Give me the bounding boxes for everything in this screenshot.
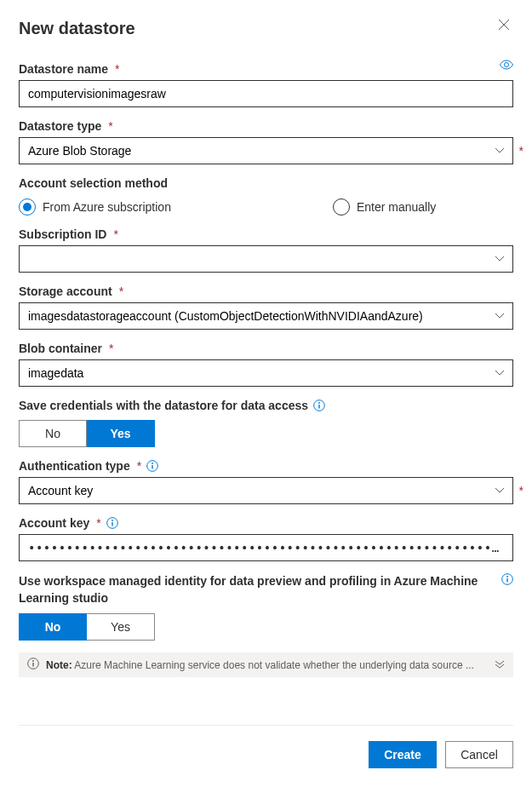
svg-point-0 xyxy=(505,63,509,67)
datastore-name-label: Datastore name xyxy=(19,62,108,76)
svg-point-11 xyxy=(506,576,508,578)
radio-icon xyxy=(333,198,350,215)
svg-point-8 xyxy=(112,520,113,521)
account-key-label: Account key xyxy=(19,516,89,530)
required-asterisk: * xyxy=(519,144,523,158)
required-asterisk: * xyxy=(137,459,141,473)
info-outline-icon xyxy=(27,658,39,672)
svg-rect-12 xyxy=(506,578,507,583)
managed-identity-yes[interactable]: Yes xyxy=(87,613,155,641)
svg-rect-6 xyxy=(152,465,152,469)
svg-point-2 xyxy=(318,402,320,404)
auth-type-select[interactable]: Account key xyxy=(19,477,513,504)
svg-rect-3 xyxy=(318,405,319,409)
expand-note-button[interactable] xyxy=(495,659,505,671)
cancel-button[interactable]: Cancel xyxy=(445,741,513,768)
note-banner: Note: Azure Machine Learning service doe… xyxy=(19,652,513,677)
datastore-type-label: Datastore type xyxy=(19,119,101,133)
svg-rect-15 xyxy=(32,663,33,667)
required-asterisk: * xyxy=(113,227,117,241)
required-asterisk: * xyxy=(119,284,123,298)
blob-container-select[interactable]: imagedata xyxy=(19,359,513,387)
save-credentials-no[interactable]: No xyxy=(19,420,87,447)
datastore-type-select[interactable]: Azure Blob Storage xyxy=(19,137,513,164)
required-asterisk: * xyxy=(108,119,112,133)
storage-account-select[interactable]: imagesdatastorageaccount (CustomObjectDe… xyxy=(19,302,513,330)
info-icon[interactable] xyxy=(106,517,118,529)
create-button[interactable]: Create xyxy=(369,741,437,768)
note-text: Note: Azure Machine Learning service doe… xyxy=(46,659,488,671)
radio-enter-manually[interactable]: Enter manually xyxy=(333,198,436,215)
save-credentials-yes[interactable]: Yes xyxy=(87,420,155,447)
panel-title: New datastore xyxy=(19,19,135,38)
svg-rect-9 xyxy=(112,522,112,526)
auth-type-value: Account key xyxy=(28,484,93,497)
info-icon[interactable] xyxy=(313,399,325,411)
required-asterisk: * xyxy=(519,484,523,497)
datastore-name-input[interactable] xyxy=(19,80,513,107)
svg-point-5 xyxy=(152,463,153,464)
radio-from-subscription-label: From Azure subscription xyxy=(43,200,171,214)
close-button[interactable] xyxy=(495,15,513,37)
account-key-input[interactable]: ••••••••••••••••••••••••••••••••••••••••… xyxy=(19,534,513,561)
managed-identity-no[interactable]: No xyxy=(19,613,87,641)
radio-enter-manually-label: Enter manually xyxy=(357,200,436,214)
required-asterisk: * xyxy=(109,342,113,355)
radio-from-subscription[interactable]: From Azure subscription xyxy=(19,198,171,215)
blob-container-value: imagedata xyxy=(28,366,83,380)
subscription-id-select[interactable] xyxy=(19,245,513,273)
managed-identity-label: Use workspace managed identity for data … xyxy=(19,573,493,606)
account-selection-label: Account selection method xyxy=(19,176,168,190)
blob-container-label: Blob container xyxy=(19,342,102,355)
svg-point-14 xyxy=(32,660,34,662)
storage-account-value: imagesdatastorageaccount (CustomObjectDe… xyxy=(28,309,423,323)
auth-type-label: Authentication type xyxy=(19,459,130,473)
info-icon[interactable] xyxy=(501,573,513,585)
preview-icon[interactable] xyxy=(500,59,513,72)
datastore-type-value: Azure Blob Storage xyxy=(28,144,131,158)
radio-icon xyxy=(19,198,36,215)
save-credentials-label: Save credentials with the datastore for … xyxy=(19,399,308,412)
storage-account-label: Storage account xyxy=(19,284,112,298)
required-asterisk: * xyxy=(115,62,119,76)
subscription-id-label: Subscription ID xyxy=(19,227,106,241)
required-asterisk: * xyxy=(96,516,100,530)
info-icon[interactable] xyxy=(146,460,158,472)
close-icon xyxy=(498,19,510,31)
